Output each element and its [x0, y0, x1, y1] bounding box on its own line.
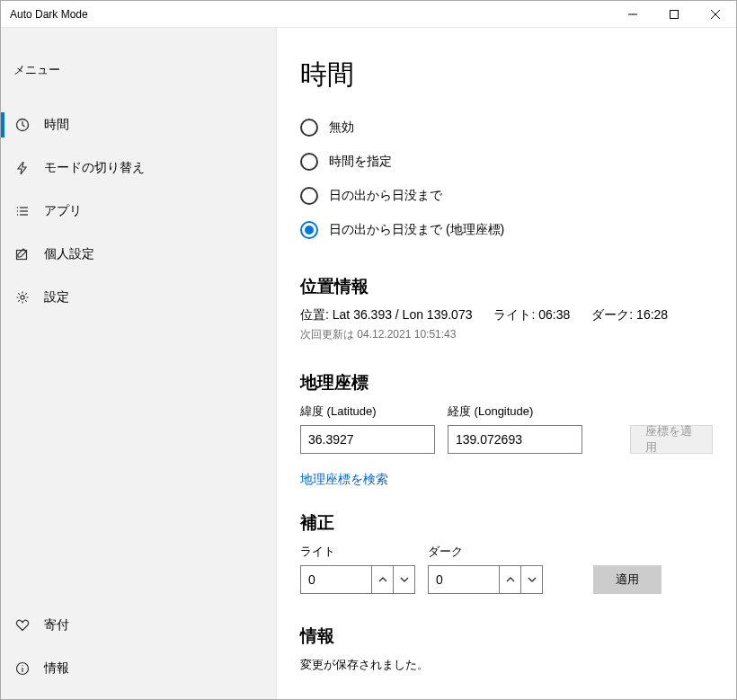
- info-heading: 情報: [300, 625, 713, 648]
- latitude-field: 緯度 (Latitude): [300, 403, 435, 454]
- apply-offset-button[interactable]: 適用: [593, 565, 662, 594]
- next-update-value: 次回更新は 04.12.2021 10:51:43: [300, 327, 713, 342]
- position-value: 位置: Lat 36.393 / Lon 139.073: [300, 307, 472, 323]
- sidebar-item-label: 個人設定: [44, 246, 94, 262]
- offset-light-spinner: [300, 565, 415, 594]
- svg-point-12: [21, 296, 24, 299]
- page-title: 時間: [300, 57, 713, 93]
- sidebar-item-label: 寄付: [44, 617, 69, 634]
- window-title: Auto Dark Mode: [1, 8, 88, 21]
- app-window: Auto Dark Mode メニュー 時間: [0, 0, 737, 700]
- longitude-label: 経度 (Longitude): [448, 403, 582, 420]
- offset-light-input[interactable]: [301, 566, 371, 593]
- radio-icon: [300, 187, 318, 205]
- longitude-input[interactable]: [448, 425, 582, 454]
- search-coords-link[interactable]: 地理座標を検索: [300, 472, 388, 488]
- main-content: 時間 無効 時間を指定 日の出から日没まで 日の出から日没まで (地理座標): [277, 28, 736, 699]
- radio-label: 時間を指定: [329, 154, 392, 170]
- location-line: 位置: Lat 36.393 / Lon 139.073 ライト: 06:38 …: [300, 307, 713, 323]
- offset-dark-input[interactable]: [429, 566, 499, 593]
- spin-down-button[interactable]: [393, 566, 414, 593]
- minimize-button[interactable]: [612, 1, 653, 28]
- location-heading: 位置情報: [300, 275, 713, 298]
- coords-row: 緯度 (Latitude) 経度 (Longitude) 座標を適用: [300, 403, 713, 454]
- gear-icon: [13, 290, 31, 305]
- lightning-icon: [13, 161, 31, 175]
- sidebar-item-info[interactable]: 情報: [1, 647, 276, 690]
- coords-heading: 地理座標: [300, 371, 713, 394]
- info-icon: [13, 661, 31, 676]
- sidebar-item-personal[interactable]: 個人設定: [1, 233, 276, 276]
- light-time-value: ライト: 06:38: [493, 307, 570, 323]
- sidebar: メニュー 時間 モードの切り替え: [1, 28, 277, 699]
- sidebar-item-apps[interactable]: アプリ: [1, 190, 276, 233]
- sidebar-item-label: モードの切り替え: [44, 160, 145, 176]
- list-icon: [13, 204, 31, 218]
- sidebar-item-switch[interactable]: モードの切り替え: [1, 146, 276, 190]
- radio-disabled[interactable]: 無効: [300, 119, 713, 137]
- radio-set-time[interactable]: 時間を指定: [300, 153, 713, 171]
- button-label: 適用: [616, 572, 639, 588]
- sidebar-item-label: 設定: [44, 289, 69, 306]
- close-button[interactable]: [695, 1, 736, 28]
- offset-light-label: ライト: [300, 544, 415, 560]
- offset-dark-label: ダーク: [428, 544, 543, 560]
- button-label: 座標を適用: [645, 423, 697, 456]
- radio-label: 無効: [329, 120, 354, 136]
- spin-up-button[interactable]: [371, 566, 393, 593]
- radio-sunrise-sunset[interactable]: 日の出から日没まで: [300, 187, 713, 205]
- svg-point-15: [22, 665, 22, 666]
- latitude-label: 緯度 (Latitude): [300, 403, 435, 420]
- radio-label: 日の出から日没まで: [329, 188, 442, 204]
- radio-icon: [300, 153, 318, 171]
- offset-dark-field: ダーク: [428, 544, 543, 594]
- time-mode-radios: 無効 時間を指定 日の出から日没まで 日の出から日没まで (地理座標): [300, 119, 713, 239]
- clock-icon: [13, 118, 31, 132]
- heart-icon: [13, 618, 31, 633]
- spin-down-button[interactable]: [520, 566, 542, 593]
- dark-time-value: ダーク: 16:28: [591, 307, 668, 323]
- latitude-input[interactable]: [300, 425, 435, 454]
- sidebar-item-donate[interactable]: 寄付: [1, 604, 276, 647]
- titlebar: Auto Dark Mode: [1, 1, 736, 28]
- spin-up-button[interactable]: [499, 566, 520, 593]
- offset-heading: 補正: [300, 511, 713, 535]
- offset-row: ライト ダーク 適用: [300, 544, 713, 594]
- apply-coords-button[interactable]: 座標を適用: [630, 425, 713, 454]
- info-message: 変更が保存されました。: [300, 657, 713, 673]
- sidebar-item-label: 情報: [44, 660, 69, 677]
- sidebar-item-time[interactable]: 時間: [1, 103, 276, 146]
- maximize-button[interactable]: [653, 1, 695, 28]
- sidebar-item-label: 時間: [44, 117, 69, 133]
- sidebar-header: メニュー: [1, 46, 276, 103]
- sidebar-item-settings[interactable]: 設定: [1, 276, 276, 319]
- longitude-field: 経度 (Longitude): [448, 403, 582, 454]
- window-body: メニュー 時間 モードの切り替え: [1, 28, 736, 699]
- sidebar-bottom: 寄付 情報: [1, 604, 276, 699]
- radio-label: 日の出から日没まで (地理座標): [329, 222, 504, 238]
- sidebar-item-label: アプリ: [44, 203, 82, 219]
- offset-light-field: ライト: [300, 544, 415, 594]
- radio-sunrise-sunset-geo[interactable]: 日の出から日没まで (地理座標): [300, 221, 713, 239]
- offset-dark-spinner: [428, 565, 543, 594]
- radio-icon: [300, 119, 318, 137]
- svg-rect-1: [670, 10, 679, 18]
- edit-icon: [13, 247, 31, 261]
- radio-icon: [300, 221, 318, 239]
- nav: 時間 モードの切り替え アプリ: [1, 103, 276, 319]
